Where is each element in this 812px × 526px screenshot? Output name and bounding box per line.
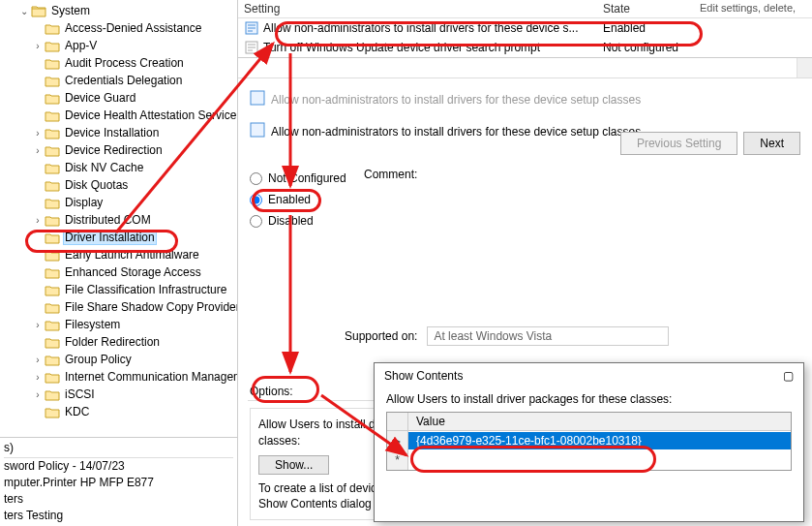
value-grid[interactable]: Value ▸ {4d36e979-e325-11ce-bfc1-08002be… [386,412,792,471]
tree-node-label: File Classification Infrastructure [63,283,228,296]
show-button[interactable]: Show... [258,455,329,475]
expand-icon[interactable]: ⌄ [17,6,31,16]
tree-node-label: Device Installation [63,126,161,139]
folder-icon [45,178,60,192]
tree-node[interactable]: Device Health Attestation Service [0,107,237,124]
grid-row[interactable]: ▸ {4d36e979-e325-11ce-bfc1-08002be10318} [387,431,791,450]
grid-cell-value[interactable]: {4d36e979-e325-11ce-bfc1-08002be10318} [408,432,791,449]
tree-node-label: Early Launch Antimalware [63,248,201,262]
tree-node[interactable]: Audit Process Creation [0,54,237,72]
tree-node[interactable]: Early Launch Antimalware [0,246,237,263]
tree-node[interactable]: Credentials Delegation [0,72,237,89]
radio-disabled[interactable]: Disabled [250,210,800,232]
policy-title-text: Allow non-administrators to install driv… [271,93,641,107]
tree-node[interactable]: File Share Shadow Copy Provider [0,298,237,316]
radio-not-configured[interactable]: Not Configured [250,168,800,189]
tree-node[interactable]: Driver Installation [0,229,237,246]
grid-corner [387,413,408,430]
radio-label: Enabled [268,193,311,206]
next-setting-button[interactable]: Next [743,132,800,155]
settings-row[interactable]: Turn off Windows Update device driver se… [238,38,812,57]
tree-node-label: Internet Communication Management [63,370,238,384]
setting-name: Allow non-administrators to install driv… [263,21,603,35]
policy-tree[interactable]: ⌄ System Access-Denied Assistance›App-VA… [0,2,237,420]
radio-input[interactable] [250,172,262,185]
supported-on-value: At least Windows Vista [427,326,669,346]
status-row[interactable]: ters [4,491,233,508]
tree-node-label: Driver Installation [63,230,157,245]
grid-cell-value[interactable] [408,458,791,462]
radio-input[interactable] [250,194,262,206]
tree-node-label: Device Guard [63,91,137,105]
tree-node[interactable]: Access-Denied Assistance [0,19,237,37]
tree-node[interactable]: Device Guard [0,89,237,107]
dialog-titlebar[interactable]: Show Contents ▢ [375,363,803,388]
tree-node-label: Disk Quotas [63,178,130,192]
folder-icon [45,108,60,122]
expand-icon[interactable]: › [31,320,45,330]
col-setting-header[interactable]: Setting [244,2,603,15]
maximize-icon[interactable]: ▢ [783,369,794,383]
tree-node[interactable]: Disk Quotas [0,176,237,194]
policy-title-faded: Allow non-administrators to install driv… [250,86,800,118]
tree-node-label: Disk NV Cache [63,161,145,174]
folder-icon [45,405,60,418]
expand-icon[interactable]: › [31,145,45,156]
tree-node-system[interactable]: ⌄ System [0,2,237,19]
setting-state: Enabled [603,21,700,35]
folder-icon [45,387,60,401]
expand-icon[interactable]: › [31,355,45,365]
row-marker-icon: * [387,450,408,470]
tree-node[interactable]: Disk NV Cache [0,159,237,176]
show-contents-dialog: Show Contents ▢ Allow Users to install d… [374,362,804,522]
expand-icon[interactable]: › [31,389,45,400]
folder-icon [45,196,60,209]
previous-setting-button[interactable]: Previous Setting [620,132,737,155]
radio-enabled[interactable]: Enabled [250,189,800,210]
tree-node[interactable]: Display [0,194,237,211]
tree-node[interactable]: File Classification Infrastructure [0,281,237,298]
tree-node[interactable]: ›Distributed COM [0,211,237,229]
status-col-header[interactable]: s) [4,440,233,458]
options-label: Options: [250,385,293,398]
tree-node-label: Access-Denied Assistance [63,21,203,35]
tree-node[interactable]: ›App-V [0,37,237,54]
expand-icon[interactable]: › [31,41,45,51]
tree-node[interactable]: ›Device Redirection [0,141,237,159]
row-marker-icon: ▸ [387,431,408,450]
status-row[interactable]: sword Policy - 14/07/23 [4,458,233,475]
status-row[interactable]: ters Testing [4,508,233,524]
tree-node-label: Display [63,196,105,209]
comment-label: Comment: [364,168,417,181]
expand-icon[interactable]: › [31,372,45,383]
tree-node[interactable]: KDC [0,403,237,420]
col-state-header[interactable]: State [603,2,700,15]
status-row[interactable]: mputer.Printer HP MFP E877 [4,475,233,491]
tree-node[interactable]: Folder Redirection [0,333,237,351]
tree-node[interactable]: ›Internet Communication Management [0,368,237,386]
folder-icon [45,318,60,331]
tree-node[interactable]: Enhanced Storage Access [0,263,237,281]
folder-icon [45,265,60,279]
radio-label: Disabled [268,214,314,228]
state-radio-group: Not Configured Enabled Disabled [250,168,800,232]
folder-icon [45,143,60,157]
tree-node-label: File Share Shadow Copy Provider [63,300,238,314]
tree-node[interactable]: ›Filesystem [0,316,237,333]
folder-icon [45,335,60,349]
policy-icon [244,40,259,55]
tree-node[interactable]: ›Device Installation [0,124,237,141]
settings-row[interactable]: Allow non-administrators to install driv… [238,18,812,38]
tree-node[interactable]: ›Group Policy [0,351,237,368]
radio-label: Not Configured [268,171,346,185]
radio-input[interactable] [250,215,262,228]
grid-row[interactable]: * [387,450,791,470]
folder-icon [45,283,60,296]
settings-header: Setting State Edit settings, delete, [238,0,812,18]
expand-icon[interactable]: › [31,215,45,226]
grid-col-header[interactable]: Value [408,413,791,430]
tree-node-label: Device Health Attestation Service [63,108,238,122]
expand-icon[interactable]: › [31,128,45,139]
supported-on-label: Supported on: [345,329,417,343]
tree-node[interactable]: ›iSCSI [0,386,237,403]
